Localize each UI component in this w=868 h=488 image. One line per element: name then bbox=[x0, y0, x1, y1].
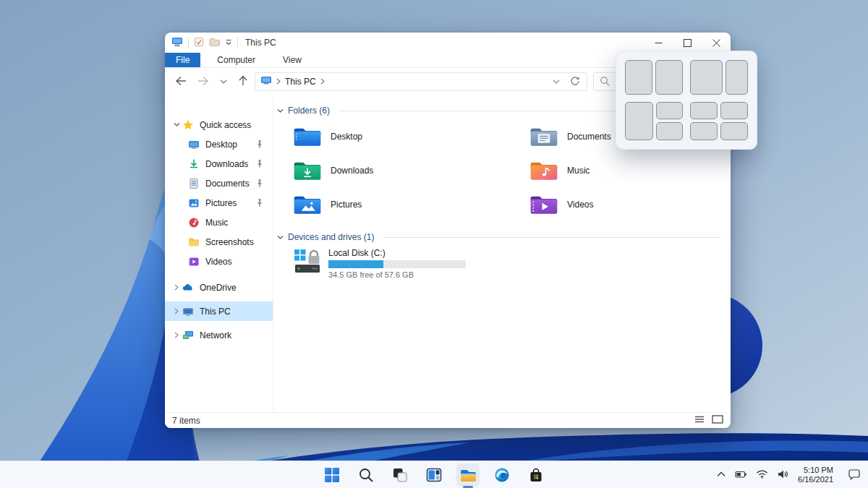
window-controls bbox=[644, 33, 731, 53]
toolbar-separator bbox=[188, 38, 189, 48]
task-view-button[interactable] bbox=[388, 463, 412, 487]
quick-access-toolbar: This PC bbox=[165, 37, 276, 49]
sidebar-item-pictures[interactable]: Pictures bbox=[165, 193, 273, 213]
taskbar: 5:10 PM 6/16/2021 bbox=[0, 461, 868, 488]
sidebar-item-label: Documents bbox=[205, 179, 250, 189]
refresh-icon[interactable] bbox=[570, 76, 580, 88]
pin-icon bbox=[255, 198, 264, 207]
snap-layouts-flyout bbox=[616, 51, 757, 150]
folder-name: Desktop bbox=[331, 132, 362, 142]
windows-logo-icon bbox=[324, 467, 340, 483]
pin-icon bbox=[255, 179, 264, 187]
file-explorer-button[interactable] bbox=[456, 463, 480, 487]
recent-locations-icon[interactable] bbox=[220, 77, 227, 87]
store-button[interactable] bbox=[524, 463, 548, 487]
tab-view[interactable]: View bbox=[272, 53, 312, 67]
desktop: This PC File Computer View bbox=[0, 0, 868, 488]
sidebar-item-network[interactable]: Network bbox=[165, 325, 273, 345]
clock[interactable]: 5:10 PM 6/16/2021 bbox=[798, 466, 833, 484]
item-count: 7 items bbox=[172, 416, 200, 426]
network-icon bbox=[182, 330, 194, 341]
toolbar-separator bbox=[237, 38, 238, 48]
snap-layout-wide-left[interactable] bbox=[690, 60, 748, 95]
breadcrumb-root[interactable]: This PC bbox=[285, 77, 316, 87]
snap-layout-two-columns-even[interactable] bbox=[625, 60, 683, 95]
sidebar-item-screenshots[interactable]: Screenshots bbox=[165, 232, 273, 252]
pictures-folder-icon bbox=[293, 192, 322, 216]
local-disk-icon bbox=[293, 248, 322, 275]
wifi-icon[interactable] bbox=[756, 469, 768, 481]
back-icon[interactable] bbox=[175, 76, 187, 88]
search-icon bbox=[600, 76, 610, 88]
sidebar-item-onedrive[interactable]: OneDrive bbox=[165, 278, 273, 297]
downloads-folder-icon bbox=[293, 158, 322, 182]
sidebar-item-documents[interactable]: Documents bbox=[165, 174, 273, 193]
onedrive-icon bbox=[182, 282, 194, 294]
sidebar-item-this-pc[interactable]: This PC bbox=[165, 301, 273, 321]
properties-icon[interactable] bbox=[194, 37, 204, 49]
address-dropdown-icon[interactable] bbox=[553, 77, 560, 87]
navigation-pane: Quick access Desktop Downloads bbox=[165, 96, 273, 412]
search-button[interactable] bbox=[354, 463, 378, 487]
start-button[interactable] bbox=[320, 463, 344, 487]
music-folder-icon bbox=[529, 158, 558, 182]
address-bar[interactable]: This PC bbox=[255, 72, 587, 91]
sidebar-item-label: Desktop bbox=[205, 140, 237, 150]
chevron-right-icon[interactable] bbox=[171, 284, 182, 291]
sidebar-item-desktop[interactable]: Desktop bbox=[165, 134, 273, 154]
tab-computer[interactable]: Computer bbox=[206, 53, 266, 67]
sidebar-item-label: Quick access bbox=[200, 120, 251, 130]
large-icons-view-icon[interactable] bbox=[712, 415, 723, 426]
volume-icon[interactable] bbox=[777, 469, 789, 481]
documents-icon bbox=[188, 178, 200, 189]
chevron-right-icon[interactable] bbox=[171, 332, 182, 338]
snap-layout-quad-grid[interactable] bbox=[690, 102, 748, 141]
title-bar[interactable]: This PC bbox=[165, 33, 731, 53]
customize-toolbar-icon[interactable] bbox=[225, 38, 232, 48]
breadcrumb-chevron-icon[interactable] bbox=[276, 77, 281, 87]
window-title: This PC bbox=[245, 38, 276, 48]
downloads-icon bbox=[188, 158, 200, 170]
chevron-down-icon bbox=[277, 235, 284, 240]
snap-layout-left-with-right-stack[interactable] bbox=[625, 102, 683, 141]
sidebar-item-downloads[interactable]: Downloads bbox=[165, 154, 273, 174]
forward-icon[interactable] bbox=[197, 76, 209, 88]
edge-button[interactable] bbox=[490, 463, 514, 487]
breadcrumb-chevron-icon[interactable] bbox=[320, 77, 325, 87]
battery-icon[interactable] bbox=[735, 469, 747, 481]
store-icon bbox=[528, 467, 544, 483]
details-view-icon[interactable] bbox=[694, 415, 705, 426]
group-header-drives[interactable]: Devices and drives (1) bbox=[277, 231, 720, 243]
maximize-button[interactable] bbox=[673, 33, 702, 53]
desktop-icon bbox=[188, 139, 200, 150]
notification-center-icon[interactable] bbox=[848, 468, 861, 482]
folder-icon bbox=[188, 236, 200, 248]
videos-folder-icon bbox=[529, 192, 558, 216]
minimize-button[interactable] bbox=[644, 33, 673, 53]
status-bar: 7 items bbox=[165, 412, 731, 428]
folder-tile-desktop[interactable]: Desktop bbox=[293, 119, 529, 153]
location-icon bbox=[260, 76, 272, 87]
group-header-label: Devices and drives (1) bbox=[288, 232, 374, 242]
drive-tile-local-disk[interactable]: Local Disk (C:) 34.5 GB free of 57.6 GB bbox=[293, 248, 720, 279]
widgets-button[interactable] bbox=[422, 463, 446, 487]
sidebar-item-quick-access[interactable]: Quick access bbox=[165, 115, 273, 134]
up-icon[interactable] bbox=[238, 75, 248, 88]
chevron-down-icon[interactable] bbox=[171, 122, 182, 127]
folder-tile-videos[interactable]: Videos bbox=[529, 187, 731, 221]
pin-icon bbox=[255, 159, 264, 168]
chevron-right-icon[interactable] bbox=[171, 308, 182, 314]
tab-file[interactable]: File bbox=[165, 53, 200, 67]
sidebar-item-videos[interactable]: Videos bbox=[165, 252, 273, 271]
sidebar-item-music[interactable]: Music bbox=[165, 213, 273, 232]
close-button[interactable] bbox=[702, 33, 731, 53]
new-folder-icon[interactable] bbox=[209, 38, 220, 48]
folder-tile-pictures[interactable]: Pictures bbox=[293, 187, 529, 221]
group-rule bbox=[383, 237, 720, 238]
folder-tile-downloads[interactable]: Downloads bbox=[293, 153, 529, 187]
folder-name: Documents bbox=[567, 132, 611, 142]
folder-tile-music[interactable]: Music bbox=[529, 153, 731, 187]
tray-overflow-chevron-icon[interactable] bbox=[716, 470, 726, 480]
drive-name: Local Disk (C:) bbox=[328, 248, 466, 258]
music-icon bbox=[188, 217, 200, 228]
